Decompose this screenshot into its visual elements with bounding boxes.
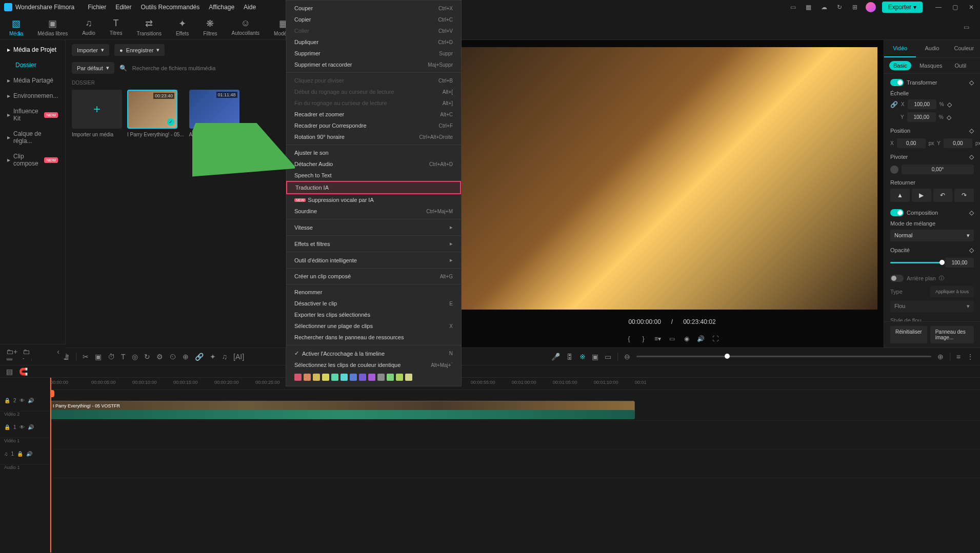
effects-icon[interactable]: ✦	[210, 353, 216, 361]
swatch[interactable]	[377, 374, 385, 381]
pos-x-input[interactable]	[897, 138, 926, 148]
save-dropdown[interactable]: ● Enregistrer ▾	[114, 44, 165, 56]
pos-y-input[interactable]	[944, 138, 972, 148]
track-label-video1[interactable]: 🔒1👁🔊	[0, 417, 50, 438]
subtab-basic[interactable]: Basic	[889, 61, 911, 70]
sidebar-clip-compose[interactable]: ▸Clip composeNEW	[0, 149, 65, 171]
ctx-couper[interactable]: CouperCtrl+X	[286, 3, 461, 14]
menu-outils[interactable]: Outils Recommandés	[141, 4, 200, 11]
reset-button[interactable]: Réinitialiser	[890, 326, 927, 343]
ai-icon[interactable]: [AI]	[233, 353, 244, 361]
import-media-thumb[interactable]: +	[72, 90, 122, 129]
opacity-slider[interactable]	[890, 262, 942, 263]
mixer-icon[interactable]: 🎛	[566, 353, 573, 361]
track-label-video2[interactable]: 🔒2👁🔊	[0, 390, 50, 412]
ctx-speech-to-text[interactable]: Speech to Text	[286, 170, 461, 181]
swatch[interactable]	[405, 374, 412, 381]
quality-icon[interactable]: ≡▾	[653, 334, 663, 343]
export-button[interactable]: Exporter ▾	[882, 2, 923, 13]
sidebar-dossier[interactable]: Dossier	[0, 57, 65, 73]
bracket-close-icon[interactable]: }	[639, 334, 648, 343]
sidebar-media-partage[interactable]: ▸Média Partagé	[0, 73, 65, 88]
speed-icon[interactable]: ⏱	[108, 353, 115, 361]
volume-icon[interactable]: 🔊	[696, 334, 706, 343]
rotate-ccw-button[interactable]: ↶	[933, 189, 953, 202]
swatch[interactable]	[304, 374, 311, 381]
preview-canvas[interactable]	[461, 47, 877, 310]
ctx-cr-er-un-clip-compos-[interactable]: Créer un clip composéAlt+G	[286, 271, 461, 282]
swatch[interactable]	[322, 374, 329, 381]
scale-y-input[interactable]	[907, 112, 936, 122]
tracks[interactable]: 00:00:0000:00:05:0000:00:10:0000:00:15:0…	[50, 378, 980, 552]
settings-icon[interactable]: ⚙	[156, 353, 163, 361]
ctx-supprimer-et-raccorder[interactable]: Supprimer et raccorderMaj+Suppr	[286, 59, 461, 70]
ctx-exporter-les-clips-s-lectionn-s[interactable]: Exporter les clips sélectionnés	[286, 309, 461, 320]
track-video2[interactable]: I Parry Everything! - 05 VOSTFR	[50, 399, 980, 421]
center-icon[interactable]: ⊕	[183, 353, 189, 361]
track-audio1[interactable]	[50, 457, 980, 478]
tool-audio[interactable]: ♫ Audio	[82, 18, 95, 36]
ctx-rechercher-dans-le-panneau-de-ressources[interactable]: Rechercher dans le panneau de ressources	[286, 332, 461, 343]
sidebar-calque[interactable]: ▸Calque de régla...	[0, 126, 65, 149]
magnet-icon[interactable]: 🧲	[19, 367, 28, 376]
mic-icon[interactable]: 🎤	[551, 353, 560, 361]
user-avatar[interactable]	[866, 2, 876, 12]
maximize-button[interactable]: ▢	[950, 3, 959, 12]
ctx-activer-l-accrochage-la-timeline[interactable]: ✓Activer l'Accrochage à la timelineN	[286, 347, 461, 359]
effect-icon2[interactable]: ※	[579, 353, 586, 361]
swatch[interactable]	[396, 374, 403, 381]
ctx-traduction-ia[interactable]: Traduction IA	[286, 181, 461, 194]
subtab-masques[interactable]: Masques	[915, 61, 947, 70]
collapse-icon[interactable]: ‹	[57, 347, 59, 356]
zoom-out-icon[interactable]: ⊖	[624, 353, 630, 361]
keyframe-icon[interactable]: ◇	[969, 209, 974, 216]
subtab-outil[interactable]: Outil	[951, 61, 971, 70]
ctx-sourdine[interactable]: SourdineCtrl+Maj+M	[286, 206, 461, 217]
opacity-input[interactable]	[945, 258, 974, 268]
keyframe-icon[interactable]: ◇	[947, 101, 952, 108]
cloud-icon[interactable]: ☁	[819, 3, 829, 12]
rotate-input[interactable]	[902, 165, 974, 174]
marker-icon[interactable]: ◎	[132, 353, 138, 361]
zoom-in-icon[interactable]: ⊕	[937, 353, 944, 361]
keyframe-icon[interactable]: ◇	[969, 127, 974, 134]
swatch[interactable]	[331, 374, 338, 381]
keyframe-icon[interactable]: ◇	[947, 114, 951, 121]
sidebar-environnement[interactable]: ▸Environnemen...	[0, 88, 65, 104]
ctx-outil-d-dition-intelligente[interactable]: Outil d'édition intelligente▸	[286, 254, 461, 266]
apply-all-button[interactable]: Appliquer à tous	[930, 286, 974, 297]
ctx-vitesse[interactable]: Vitesse▸	[286, 221, 461, 233]
folder-add-icon[interactable]: 🗀+	[6, 347, 17, 356]
menu-fichier[interactable]: Fichier	[88, 4, 106, 11]
track-label-audio1[interactable]: ♫1🔒🔊	[0, 443, 50, 465]
keyframe-icon[interactable]: ◇	[969, 153, 974, 160]
media-thumb-2[interactable]: 01:11:48	[189, 90, 239, 129]
save-icon[interactable]: ▦	[804, 3, 813, 12]
swatch[interactable]	[341, 374, 348, 381]
media-thumb-1[interactable]: 00:23:40 ✓	[127, 90, 177, 129]
ctx-effets-et-filtres[interactable]: Effets et filtres▸	[286, 238, 461, 250]
sidebar-influence-kit[interactable]: ▸Influence KitNEW	[0, 104, 65, 126]
tab-audio[interactable]: Audio	[916, 40, 948, 57]
swatch[interactable]	[313, 374, 320, 381]
options-icon[interactable]: ⋮	[967, 353, 974, 361]
flip-v-button[interactable]: ▶	[912, 189, 931, 202]
zoom-slider[interactable]	[636, 356, 931, 357]
tool-transitions[interactable]: ⇄ Transitions	[136, 18, 162, 36]
tool-effets[interactable]: ✦ Effets	[176, 18, 189, 36]
ctx-ajuster-le-son[interactable]: Ajuster le son	[286, 147, 461, 158]
background-toggle[interactable]	[890, 275, 904, 282]
keyframe-icon[interactable]: ◇	[969, 247, 974, 254]
swatch[interactable]	[350, 374, 357, 381]
flip-h-button[interactable]: ▲	[890, 189, 910, 202]
track-video1[interactable]	[50, 428, 980, 449]
menu-editer[interactable]: Editer	[115, 4, 131, 11]
ctx-d-tacher-audio[interactable]: Détacher AudioCtrl+Alt+D	[286, 158, 461, 170]
ctx-copier[interactable]: CopierCtrl+C	[286, 14, 461, 25]
tab-couleur[interactable]: Couleur	[948, 40, 980, 57]
ctx-dupliquer[interactable]: DupliquerCtrl+D	[286, 36, 461, 48]
track-add-icon[interactable]: ▤	[6, 367, 13, 376]
tool-media[interactable]: ▧ Média	[9, 18, 23, 36]
minimize-button[interactable]: —	[934, 3, 943, 12]
link-icon[interactable]: 🔗	[195, 353, 204, 361]
